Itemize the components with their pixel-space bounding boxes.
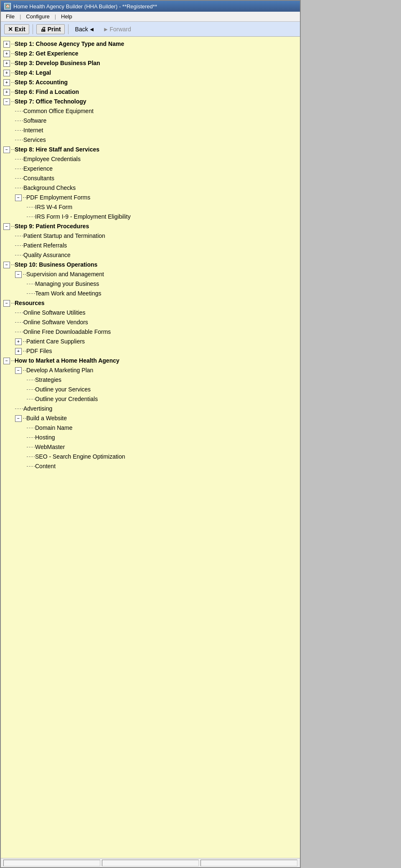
- tree-label-step8-4: Background Checks: [23, 184, 76, 192]
- tree-row-marketing-3-1[interactable]: Domain Name: [3, 423, 300, 433]
- tree-row-step10-1[interactable]: Supervision and Management: [3, 270, 300, 279]
- tree-row-step9[interactable]: Step 9: Patient Procedures: [3, 222, 300, 231]
- connector-h-step3: [11, 63, 15, 63]
- expander-minus-marketing-1[interactable]: [15, 367, 22, 374]
- tree-row-step8[interactable]: Step 8: Hire Staff and Services: [3, 145, 300, 154]
- leaf-connector-step7-3: [15, 130, 23, 131]
- expander-minus-step7[interactable]: [3, 98, 10, 105]
- expander-minus-step8[interactable]: [3, 146, 10, 153]
- menu-configure[interactable]: Configure: [23, 13, 52, 20]
- expander-minus-marketing-3[interactable]: [15, 415, 22, 422]
- leaf-connector-step9-3: [15, 255, 23, 255]
- print-button[interactable]: 🖨 Print: [36, 24, 65, 34]
- leaf-connector-step8-5-2: [27, 217, 35, 217]
- tree-row-step3[interactable]: Step 3: Develop Business Plan: [3, 58, 300, 68]
- tree-row-marketing-2[interactable]: Advertising: [3, 404, 300, 414]
- expander-plus-resources-5[interactable]: [15, 348, 22, 355]
- expander-plus-step2[interactable]: [3, 50, 10, 57]
- tree-row-step7-3[interactable]: Internet: [3, 126, 300, 135]
- tree-row-step8-5-2[interactable]: IRS Form I-9 - Employment Eligibility: [3, 212, 300, 222]
- tree-label-resources-1: Online Software Utilities: [23, 308, 86, 317]
- expander-plus-step1[interactable]: [3, 41, 10, 48]
- tree-label-step7-4: Services: [23, 136, 46, 144]
- tree-row-marketing-1[interactable]: Develop A Marketing Plan: [3, 366, 300, 375]
- exit-button[interactable]: ✕ Exit: [4, 24, 29, 34]
- tree-row-marketing-3[interactable]: Build a Website: [3, 414, 300, 423]
- connector-h-step10-1: [23, 274, 26, 275]
- tree-row-step7[interactable]: Step 7: Office Technology: [3, 97, 300, 106]
- back-button[interactable]: Back ◄: [72, 25, 98, 34]
- tree-label-resources-3: Online Free Downloadable Forms: [23, 328, 111, 336]
- tree-row-step10[interactable]: Step 10: Business Operations: [3, 260, 300, 270]
- connector-h-step2: [11, 53, 15, 54]
- tree-row-marketing-3-5[interactable]: Content: [3, 462, 300, 471]
- tree-row-step10-1-2[interactable]: Team Work and Meetings: [3, 289, 300, 298]
- tree-row-marketing-1-1[interactable]: Strategies: [3, 375, 300, 385]
- connector-h-step1: [11, 44, 15, 44]
- tree-row-step6[interactable]: Step 6: Find a Location: [3, 87, 300, 97]
- tree-row-step10-1-1[interactable]: Managing your Business: [3, 279, 300, 289]
- expander-minus-resources[interactable]: [3, 300, 10, 307]
- toolbar-separator: [33, 24, 33, 34]
- back-arrow-icon: ◄: [89, 26, 95, 33]
- tree-row-resources[interactable]: Resources: [3, 298, 300, 308]
- tree-row-step1[interactable]: Step 1: Choose Agency Type and Name: [3, 39, 300, 49]
- tree-row-marketing-3-2[interactable]: Hosting: [3, 433, 300, 442]
- tree-row-step8-1[interactable]: Employee Credentials: [3, 154, 300, 164]
- leaf-connector-step8-1: [15, 159, 23, 159]
- tree-row-step9-3[interactable]: Quality Assurance: [3, 250, 300, 260]
- tree-row-step8-3[interactable]: Consultants: [3, 174, 300, 183]
- tree-row-step8-5[interactable]: PDF Employment Forms: [3, 193, 300, 202]
- expander-minus-step10-1[interactable]: [15, 271, 22, 278]
- tree-row-step8-2[interactable]: Experience: [3, 164, 300, 174]
- tree-row-marketing-3-4[interactable]: SEO - Search Engine Optimization: [3, 452, 300, 462]
- leaf-connector-step7-2: [15, 121, 23, 121]
- tree-row-resources-5[interactable]: PDF Files: [3, 346, 300, 356]
- connector-h-step7: [11, 101, 15, 102]
- forward-button[interactable]: ► Forward: [100, 25, 135, 34]
- tree-row-step8-5-1[interactable]: IRS W-4 Form: [3, 202, 300, 212]
- tree-row-step9-2[interactable]: Patient Referrals: [3, 241, 300, 250]
- tree-row-step2[interactable]: Step 2: Get Experience: [3, 49, 300, 58]
- connector-h-resources-4: [23, 341, 26, 342]
- tree-row-resources-1[interactable]: Online Software Utilities: [3, 308, 300, 318]
- expander-plus-step6[interactable]: [3, 89, 10, 96]
- tree-row-marketing-1-2[interactable]: Outline your Services: [3, 385, 300, 394]
- tree-row-marketing[interactable]: How to Market a Home Health Agency: [3, 356, 300, 366]
- leaf-connector-marketing-2: [15, 409, 23, 409]
- toolbar: ✕ Exit 🖨 Print Back ◄ ► Forward: [1, 22, 300, 37]
- tree-row-step7-4[interactable]: Services: [3, 135, 300, 145]
- tree-row-resources-4[interactable]: Patient Care Suppliers: [3, 337, 300, 346]
- expander-minus-marketing[interactable]: [3, 358, 10, 364]
- expander-plus-step5[interactable]: [3, 79, 10, 86]
- tree-row-step9-1[interactable]: Patient Startup and Termination: [3, 231, 300, 241]
- tree-row-step7-1[interactable]: Common Office Equipment: [3, 106, 300, 116]
- toolbar-separator-2: [68, 24, 69, 34]
- tree-row-step4[interactable]: Step 4: Legal: [3, 68, 300, 78]
- exit-icon: ✕: [8, 26, 13, 33]
- leaf-connector-marketing-1-3: [27, 399, 35, 399]
- tree-row-step7-2[interactable]: Software: [3, 116, 300, 126]
- tree-row-marketing-3-3[interactable]: WebMaster: [3, 442, 300, 452]
- connector-h-step9: [11, 226, 15, 227]
- tree-row-resources-2[interactable]: Online Software Vendors: [3, 318, 300, 327]
- tree-label-marketing-1: Develop A Marketing Plan: [26, 366, 93, 375]
- tree-label-step8-1: Employee Credentials: [23, 155, 81, 164]
- tree-row-step5[interactable]: Step 5: Accounting: [3, 78, 300, 87]
- tree-row-step8-4[interactable]: Background Checks: [3, 183, 300, 193]
- main-window: 🏠 Home Health Agency Builder (HHA Builde…: [0, 0, 301, 868]
- expander-plus-step4[interactable]: [3, 70, 10, 76]
- tree-row-marketing-1-3[interactable]: Outline your Credentials: [3, 394, 300, 404]
- tree-row-resources-3[interactable]: Online Free Downloadable Forms: [3, 327, 300, 337]
- menu-help[interactable]: Help: [58, 13, 75, 20]
- expander-minus-step9[interactable]: [3, 223, 10, 230]
- tree-label-step10: Step 10: Business Operations: [15, 260, 97, 269]
- app-icon: 🏠: [4, 3, 11, 10]
- expander-minus-step8-5[interactable]: [15, 194, 22, 201]
- menu-file[interactable]: File: [3, 13, 17, 20]
- expander-plus-resources-4[interactable]: [15, 338, 22, 345]
- expander-minus-step10[interactable]: [3, 262, 10, 268]
- expander-plus-step3[interactable]: [3, 60, 10, 67]
- connector-h-resources-5: [23, 351, 26, 351]
- title-bar: 🏠 Home Health Agency Builder (HHA Builde…: [1, 1, 300, 12]
